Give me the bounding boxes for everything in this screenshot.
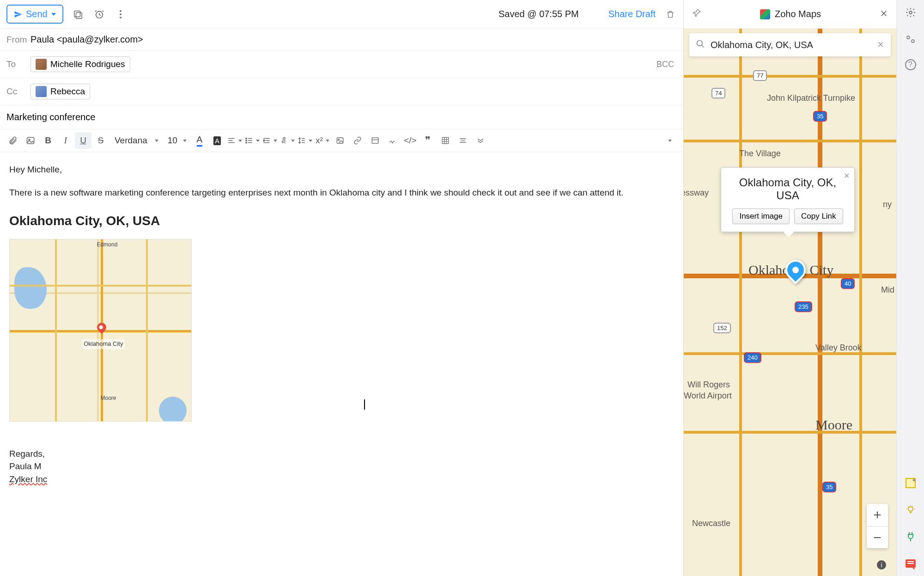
zoom-in-button[interactable]: + bbox=[867, 504, 888, 526]
to-recipient-chip[interactable]: Michelle Rodrigues bbox=[30, 56, 130, 72]
compose-pane: Send Saved @ 07:55 PM Share Draft bbox=[0, 0, 684, 576]
svg-rect-8 bbox=[337, 138, 343, 143]
send-button[interactable]: Send bbox=[6, 5, 63, 24]
hr-button[interactable] bbox=[455, 132, 471, 149]
font-size-select[interactable]: 10 bbox=[164, 135, 190, 146]
chat-icon bbox=[906, 559, 916, 568]
connect-button[interactable] bbox=[904, 530, 918, 544]
map-info-button[interactable]: i bbox=[877, 560, 886, 570]
font-family-value: Verdana bbox=[115, 135, 147, 146]
chevron-down-icon bbox=[274, 140, 277, 142]
map-popup: ✕ Oklahoma City, OK, USA Insert image Co… bbox=[721, 167, 855, 232]
chat-button[interactable] bbox=[904, 557, 918, 570]
italic-icon: I bbox=[64, 135, 67, 146]
line-height-button[interactable] bbox=[297, 132, 313, 149]
zoom-out-button[interactable]: − bbox=[867, 526, 888, 548]
map-label: ny bbox=[883, 200, 892, 209]
inserted-map-image[interactable]: Edmond Oklahoma City Moore bbox=[9, 239, 192, 422]
map-marker[interactable] bbox=[785, 260, 806, 280]
lightbulb-icon bbox=[905, 504, 916, 515]
strikethrough-icon: S bbox=[98, 135, 104, 146]
cc-row[interactable]: Cc Rebecca bbox=[0, 78, 683, 105]
quote-icon: ❞ bbox=[425, 135, 431, 147]
attachment-button[interactable] bbox=[5, 132, 21, 149]
font-size-value: 10 bbox=[168, 135, 177, 146]
map-canvas[interactable]: Edmond John Kilpatrick Turnpike The Vill… bbox=[684, 29, 896, 576]
more-options-button[interactable] bbox=[114, 8, 127, 21]
collapse-toolbar-button[interactable] bbox=[660, 132, 677, 149]
highlight-color-button[interactable]: A bbox=[209, 132, 225, 149]
insert-image-button[interactable] bbox=[22, 132, 39, 149]
interstate-shield: 35 bbox=[822, 482, 836, 492]
ideas-button[interactable] bbox=[904, 503, 918, 517]
signature-button[interactable] bbox=[384, 132, 401, 149]
strikethrough-button[interactable]: S bbox=[92, 132, 109, 149]
sticky-note-icon bbox=[906, 478, 916, 488]
formatting-toolbar: B I U S Verdana 10 A A x² </> ❞ bbox=[0, 129, 683, 152]
cc-recipient-chip[interactable]: Rebecca bbox=[30, 84, 90, 99]
saved-status: Saved @ 07:55 PM bbox=[498, 9, 579, 19]
superscript-button[interactable]: x² bbox=[314, 132, 331, 149]
interstate-shield: 40 bbox=[841, 278, 855, 289]
subject-input[interactable]: Marketing conference bbox=[0, 105, 683, 129]
body-map-heading: Oklahoma City, OK, USA bbox=[9, 212, 674, 231]
list-button[interactable] bbox=[244, 132, 261, 149]
share-draft-link[interactable]: Share Draft bbox=[608, 9, 656, 19]
paperclip-icon bbox=[8, 136, 18, 145]
widgets-button[interactable] bbox=[904, 32, 918, 46]
interstate-shield: 235 bbox=[795, 301, 812, 312]
chevron-down-icon bbox=[291, 140, 295, 142]
link-icon bbox=[353, 136, 362, 145]
zoho-maps-panel: Zoho Maps Edmond bbox=[684, 0, 896, 576]
sticky-note-button[interactable] bbox=[904, 476, 918, 490]
underline-button[interactable]: U bbox=[75, 132, 91, 149]
chevron-down-icon bbox=[256, 140, 260, 142]
code-button[interactable]: </> bbox=[402, 132, 419, 149]
settings-button[interactable] bbox=[904, 6, 918, 19]
cc-label: Cc bbox=[6, 86, 30, 97]
help-button[interactable]: ? bbox=[905, 59, 916, 70]
route-shield: 152 bbox=[713, 323, 731, 333]
map-label: John Kilpatrick Turnpike bbox=[767, 93, 855, 103]
direction-icon bbox=[280, 136, 288, 145]
quote-button[interactable]: ❞ bbox=[419, 132, 436, 149]
insert-link-button[interactable] bbox=[349, 132, 366, 149]
maps-panel-title: Zoho Maps bbox=[775, 9, 821, 19]
from-value[interactable]: Paula <paula@zylker.com> bbox=[30, 34, 143, 45]
insert-image-button[interactable]: Insert image bbox=[732, 208, 790, 224]
body-paragraph: There is a new software marketing confer… bbox=[9, 186, 674, 199]
reminder-clock-icon[interactable] bbox=[93, 8, 106, 21]
copy-link-button[interactable]: Copy Link bbox=[794, 208, 843, 224]
email-body-editor[interactable]: Hey Michelle, There is a new software ma… bbox=[0, 152, 683, 576]
saved-history-button[interactable] bbox=[587, 8, 600, 21]
table-grid-button[interactable] bbox=[437, 132, 454, 149]
zoho-maps-logo-icon bbox=[760, 9, 770, 19]
popup-close-button[interactable]: ✕ bbox=[844, 172, 850, 180]
unpin-panel-button[interactable] bbox=[692, 8, 701, 20]
font-family-select[interactable]: Verdana bbox=[110, 135, 163, 146]
maps-search-box[interactable] bbox=[689, 33, 891, 56]
discard-draft-button[interactable] bbox=[664, 8, 677, 21]
bcc-toggle[interactable]: BCC bbox=[657, 60, 674, 69]
align-button[interactable] bbox=[226, 132, 243, 149]
font-color-button[interactable]: A bbox=[191, 132, 208, 149]
maps-search-input[interactable] bbox=[711, 40, 877, 50]
map-label-moore: Moore bbox=[101, 394, 116, 402]
more-formatting-button[interactable] bbox=[472, 132, 489, 149]
to-row[interactable]: To Michelle Rodrigues BCC bbox=[0, 51, 683, 78]
insert-picture-button[interactable] bbox=[332, 132, 348, 149]
map-label-okc: Oklahoma City bbox=[82, 339, 124, 349]
direction-button[interactable] bbox=[279, 132, 296, 149]
clear-search-button[interactable] bbox=[877, 39, 884, 51]
align-icon bbox=[227, 136, 236, 145]
help-icon: ? bbox=[908, 61, 912, 69]
close-panel-button[interactable] bbox=[880, 8, 888, 20]
italic-button[interactable]: I bbox=[57, 132, 74, 149]
bold-button[interactable]: B bbox=[40, 132, 56, 149]
template-icon[interactable] bbox=[72, 8, 85, 21]
double-chevron-down-icon bbox=[476, 138, 485, 143]
svg-point-7 bbox=[246, 142, 247, 143]
insert-table-button[interactable] bbox=[367, 132, 383, 149]
to-label: To bbox=[6, 59, 30, 69]
indent-button[interactable] bbox=[261, 132, 278, 149]
